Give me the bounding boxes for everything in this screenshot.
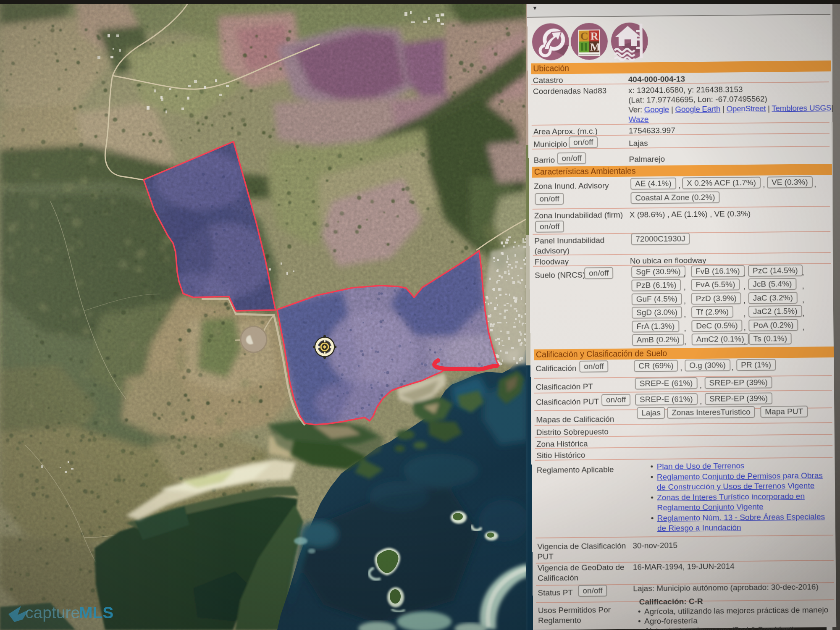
svg-text:capture: capture: [25, 604, 80, 622]
svg-text:R: R: [591, 30, 598, 42]
svg-text:MLS: MLS: [79, 604, 113, 622]
svg-text:M: M: [590, 41, 601, 53]
svg-text:C: C: [580, 30, 588, 42]
